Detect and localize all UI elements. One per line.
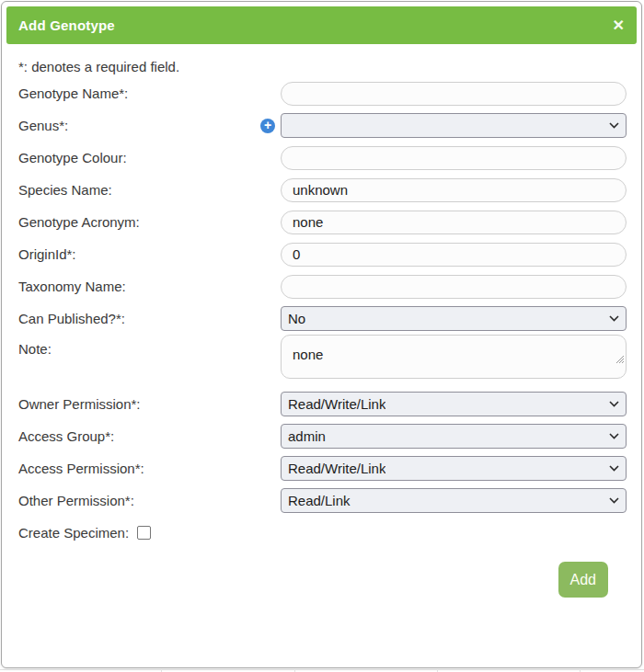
- field-label: Taxonomy Name:: [18, 279, 281, 294]
- owner-permission-select[interactable]: Read/Write/Link: [281, 392, 627, 416]
- chevron-down-icon: [609, 315, 619, 322]
- select-value: No: [288, 311, 305, 326]
- form-row-genotype-name: Genotype Name*:: [18, 77, 625, 109]
- field-label: Create Specimen:: [18, 525, 129, 541]
- originid-input[interactable]: [281, 243, 627, 267]
- select-value: Read/Write/Link: [288, 396, 385, 412]
- genus-select[interactable]: [281, 113, 627, 138]
- field-label: Genus*:: [18, 118, 281, 133]
- add-genotype-form: *: denotes a required field. Genotype Na…: [2, 49, 641, 598]
- form-row-other-permission: Other Permission*: Read/Link: [18, 484, 625, 517]
- field-label: Genotype Colour:: [18, 150, 281, 165]
- access-group-select[interactable]: admin: [281, 424, 627, 449]
- field-label: Species Name:: [18, 182, 281, 198]
- dialog-footer: Add: [18, 549, 625, 598]
- field-label: Access Permission*:: [18, 461, 281, 476]
- field-label: Owner Permission*:: [18, 396, 281, 412]
- form-row-access-group: Access Group*: admin: [18, 420, 625, 452]
- create-specimen-checkbox[interactable]: [137, 526, 151, 540]
- field-label: Note:: [18, 335, 281, 357]
- form-row-genotype-acronym: Genotype Acronym:: [18, 206, 625, 238]
- chevron-down-icon: [609, 401, 619, 407]
- field-label: Genotype Acronym:: [18, 214, 281, 230]
- chevron-down-icon: [609, 433, 619, 439]
- form-row-create-specimen: Create Specimen:: [18, 517, 625, 549]
- field-label: Can Published?*:: [18, 311, 281, 326]
- dialog-title: Add Genotype: [18, 17, 115, 33]
- add-button[interactable]: Add: [558, 562, 608, 598]
- select-value: admin: [288, 428, 326, 444]
- form-row-can-published: Can Published?*: No: [18, 302, 625, 335]
- select-value: Read/Write/Link: [288, 461, 385, 476]
- taxonomy-name-input[interactable]: [281, 275, 627, 299]
- form-row-access-permission: Access Permission*: Read/Write/Link: [18, 452, 625, 484]
- note-textarea[interactable]: none: [281, 335, 627, 379]
- chevron-down-icon: [609, 497, 619, 504]
- other-permission-select[interactable]: Read/Link: [281, 488, 627, 513]
- access-permission-select[interactable]: Read/Write/Link: [281, 456, 627, 481]
- chevron-down-icon: [609, 465, 619, 472]
- field-label: Other Permission*:: [18, 493, 281, 508]
- genotype-colour-input[interactable]: [281, 146, 627, 170]
- required-field-note: *: denotes a required field.: [18, 57, 625, 76]
- form-row-originid: OriginId*:: [18, 238, 625, 270]
- form-row-note: Note: none: [18, 335, 625, 388]
- form-row-genotype-colour: Genotype Colour:: [18, 142, 625, 174]
- field-label: Genotype Name*:: [18, 85, 281, 101]
- plus-circle-icon[interactable]: +: [260, 119, 275, 133]
- field-label: Access Group*:: [18, 428, 281, 444]
- form-row-owner-permission: Owner Permission*: Read/Write/Link: [18, 388, 625, 420]
- field-label: OriginId*:: [18, 246, 281, 262]
- form-row-taxonomy-name: Taxonomy Name:: [18, 270, 625, 302]
- add-genotype-dialog: Add Genotype ✕ *: denotes a required fie…: [1, 1, 642, 668]
- dialog-header: Add Genotype ✕: [6, 6, 637, 44]
- close-icon[interactable]: ✕: [613, 18, 625, 33]
- can-published-select[interactable]: No: [281, 306, 627, 331]
- genotype-acronym-input[interactable]: [281, 211, 627, 234]
- species-name-input[interactable]: [281, 178, 627, 202]
- chevron-down-icon: [609, 122, 619, 129]
- select-value: Read/Link: [288, 493, 351, 508]
- form-row-species-name: Species Name:: [18, 174, 625, 206]
- genotype-name-input[interactable]: [281, 82, 627, 106]
- form-row-genus: Genus*: +: [18, 109, 625, 142]
